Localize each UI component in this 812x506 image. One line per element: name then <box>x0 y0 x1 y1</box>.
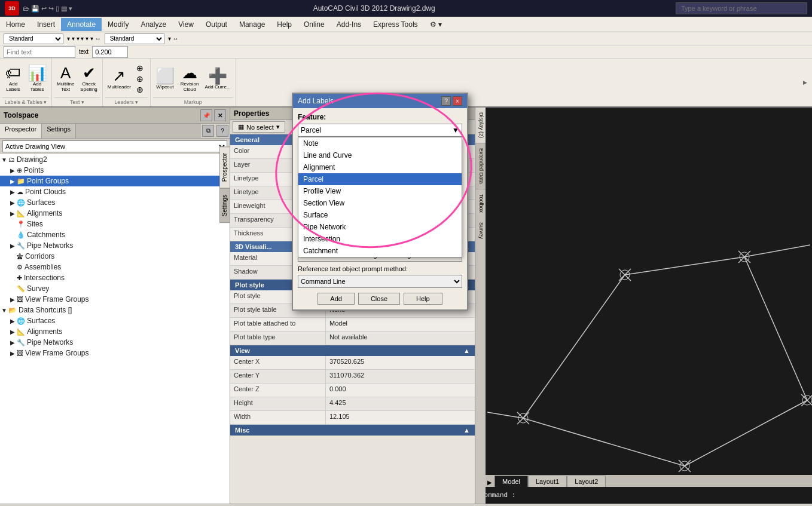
close-button[interactable]: Close <box>358 293 400 305</box>
dialog-close-btn[interactable]: × <box>453 96 462 106</box>
plot-attached-value[interactable]: Model <box>326 318 475 331</box>
v-tab-toolbox[interactable]: Toolbox <box>475 189 486 217</box>
point-clouds-icon: ☁ <box>17 188 23 196</box>
tree-sites[interactable]: 📍 Sites <box>0 219 230 229</box>
tree-pipe-networks[interactable]: ▶ 🔧 Pipe Networks <box>0 240 230 251</box>
menu-insert[interactable]: Insert <box>31 18 61 31</box>
tree-view-frame-groups[interactable]: ▶ 🖼 View Frame Groups <box>0 294 230 305</box>
ribbon-btn-multiline-text[interactable]: A MultilineText <box>54 64 77 93</box>
v-tab-survey[interactable]: Survey <box>475 217 486 244</box>
vertex-markers <box>517 251 812 472</box>
menu-extra[interactable]: ⚙ ▾ <box>424 18 448 31</box>
title-search-input[interactable] <box>676 2 807 14</box>
ts-toolbar-btn2[interactable]: ? <box>216 125 228 137</box>
tree-corridors[interactable]: 🛣 Corridors <box>0 251 230 262</box>
tree-catchments[interactable]: 💧 Catchments <box>0 229 230 240</box>
ts-toolbar-btn1[interactable]: ⧉ <box>202 125 214 137</box>
menu-view[interactable]: View <box>172 18 200 31</box>
tab-model[interactable]: Model <box>494 476 528 487</box>
add-labels-dialog[interactable]: Add Labels ? × Feature: Parcel ▼ Note Li… <box>292 93 468 311</box>
dropdown-item-note[interactable]: Note <box>298 137 462 149</box>
dropdown-item-parcel[interactable]: Parcel <box>298 173 462 185</box>
ribbon-btn-check-spelling[interactable]: ✔ CheckSpelling <box>78 64 99 93</box>
find-text-input[interactable] <box>4 46 75 58</box>
center-x-value[interactable]: 370520.625 <box>326 356 475 369</box>
menu-modify[interactable]: Modify <box>102 18 135 31</box>
dropdown-item-linecurve[interactable]: Line and Curve <box>298 149 462 161</box>
tree-survey[interactable]: 📏 Survey <box>0 283 230 294</box>
tree-root-drawing2[interactable]: ▼ 🗂 Drawing2 <box>0 154 230 165</box>
center-z-label: Center Z <box>230 384 326 397</box>
dropdown-item-catchment[interactable]: Catchment <box>298 245 462 257</box>
tab-layout2[interactable]: Layout2 <box>567 476 606 487</box>
props-section-misc[interactable]: Misc ▲ <box>230 425 475 436</box>
dialog-help-btn[interactable]: ? <box>441 96 451 106</box>
svg-line-2 <box>744 257 807 400</box>
leader-sm-btn1[interactable]: ⊕ <box>135 63 145 73</box>
menu-express[interactable]: Express Tools <box>367 18 423 31</box>
add-button[interactable]: Add <box>318 293 355 305</box>
tree-point-groups[interactable]: ▶ 📁 Point Groups <box>0 176 230 186</box>
plot-type-value[interactable]: Not available <box>326 332 475 345</box>
menu-online[interactable]: Online <box>298 18 331 31</box>
active-drawing-dropdown[interactable]: Active Drawing View <box>2 140 227 152</box>
tree-data-shortcuts[interactable]: ▼ 📂 Data Shortcuts [] <box>0 305 230 315</box>
dropdown-item-section-view[interactable]: Section View <box>298 197 462 209</box>
tree-points[interactable]: ▶ ⊕ Points <box>0 165 230 176</box>
text-height-input[interactable] <box>92 46 128 58</box>
tree-assemblies[interactable]: ⚙ Assemblies <box>0 262 230 272</box>
tree-intersections[interactable]: ✚ Intersections <box>0 272 230 283</box>
v-tab-display[interactable]: Display (2) <box>475 108 486 143</box>
v-tab-settings[interactable]: Settings <box>219 188 230 223</box>
center-z-value[interactable]: 0.000 <box>326 384 475 397</box>
menu-analyze[interactable]: Analyze <box>135 18 172 31</box>
tree-sc-view-frames[interactable]: ▶ 🖼 View Frame Groups <box>0 348 230 358</box>
ribbon-btn-add-tables[interactable]: 📊 AddTables <box>25 64 49 93</box>
menu-manage[interactable]: Manage <box>233 18 271 31</box>
feature-dropdown-selected[interactable]: Parcel ▼ <box>298 124 462 137</box>
toolspace-close-btn[interactable]: ✕ <box>214 109 226 121</box>
ribbon-style1-select[interactable]: Standard <box>4 33 63 44</box>
expand-icon: ▶ <box>8 296 17 303</box>
center-y-value[interactable]: 311070.362 <box>326 370 475 383</box>
leader-sm-btn3[interactable]: ⊕ <box>135 85 145 94</box>
tab-settings[interactable]: Settings <box>42 124 76 138</box>
leader-sm-btn2[interactable]: ⊕ <box>135 74 145 84</box>
dropdown-item-pipe-network[interactable]: Pipe Network <box>298 221 462 233</box>
toolspace-pin-btn[interactable]: 📌 <box>200 109 212 121</box>
menu-annotate[interactable]: Annotate <box>61 18 102 31</box>
ribbon-btn-add-labels[interactable]: 🏷 AddLabels <box>2 64 24 93</box>
tab-scroll-right1[interactable]: ▶ <box>485 478 494 487</box>
tree-sc-surfaces[interactable]: ▶ 🌐 Surfaces <box>0 315 230 326</box>
command-bar[interactable]: Command : <box>475 487 812 504</box>
ribbon-btn-revision-cloud[interactable]: ☁ RevisionCloud <box>178 64 202 93</box>
ref-method-select[interactable]: Command Line <box>298 275 462 288</box>
menu-addins[interactable]: Add-Ins <box>331 18 367 31</box>
menu-home[interactable]: Home <box>0 18 31 31</box>
menu-help[interactable]: Help <box>271 18 298 31</box>
dropdown-item-profile-view[interactable]: Profile View <box>298 185 462 197</box>
menu-output[interactable]: Output <box>200 18 233 31</box>
ribbon-btn-add-curre[interactable]: ➕ Add Curre... <box>203 67 233 91</box>
ribbon-btn-multileader[interactable]: ↗ Multileader <box>105 67 133 91</box>
drawing-area[interactable]: ◀ ▶ Model Layout1 Layout2 Command : <box>475 108 812 504</box>
props-section-view[interactable]: View ▲ <box>230 345 475 356</box>
dropdown-item-alignment[interactable]: Alignment <box>298 161 462 173</box>
tree-surfaces[interactable]: ▶ 🌐 Surfaces <box>0 197 230 208</box>
tree-point-clouds[interactable]: ▶ ☁ Point Clouds <box>0 186 230 197</box>
tab-layout1[interactable]: Layout1 <box>528 476 567 487</box>
dropdown-item-surface[interactable]: Surface <box>298 209 462 221</box>
ribbon-style2-select[interactable]: Standard <box>105 33 164 44</box>
tree-sc-pipe-networks[interactable]: ▶ 🔧 Pipe Networks <box>0 337 230 348</box>
dropdown-item-intersection[interactable]: Intersection <box>298 233 462 245</box>
v-tab-extended[interactable]: Extended Data <box>475 143 486 189</box>
height-value[interactable]: 4.425 <box>326 397 475 410</box>
v-tab-prospector[interactable]: Prospector <box>219 146 230 188</box>
help-button[interactable]: Help <box>404 293 442 305</box>
no-select-button[interactable]: ▦ No select ▾ <box>233 121 285 133</box>
tree-sc-alignments[interactable]: ▶ 📐 Alignments <box>0 326 230 337</box>
width-value[interactable]: 12.105 <box>326 411 475 424</box>
tree-alignments[interactable]: ▶ 📐 Alignments <box>0 208 230 219</box>
ribbon-btn-wipeout[interactable]: ⬜ Wipeout <box>153 67 177 91</box>
tab-prospector[interactable]: Prospector <box>0 124 42 138</box>
